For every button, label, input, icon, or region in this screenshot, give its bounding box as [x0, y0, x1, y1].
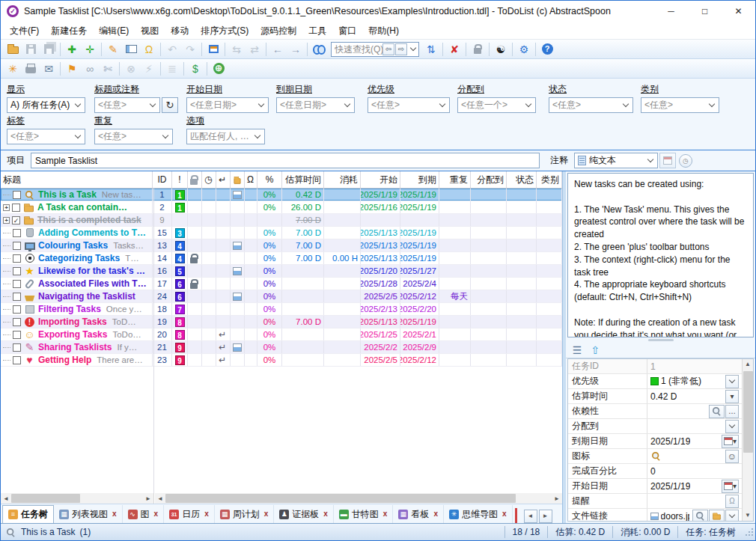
column-header-lock[interactable] — [188, 171, 202, 188]
run-tool-button[interactable]: ⚡ — [140, 60, 158, 77]
tab-kanban-close-icon[interactable]: x — [433, 510, 438, 518]
column-header-cat[interactable]: 类别 — [537, 171, 562, 188]
scroll-right-icon[interactable]: ► — [552, 495, 562, 502]
attribute-assigned-to-value[interactable] — [647, 419, 742, 433]
tab-calendar-close-icon[interactable]: x — [204, 510, 209, 518]
task-checkbox[interactable] — [13, 293, 21, 301]
attribute-dependency-mag-button[interactable] — [709, 405, 725, 418]
send-email-button[interactable]: ✉ — [40, 60, 58, 77]
set-reminder-button[interactable]: Ω — [140, 40, 158, 58]
group-attributes-button[interactable]: ☰ — [569, 343, 585, 357]
tab-week-planner[interactable]: ▦周计划x — [215, 505, 275, 523]
attribute-assigned-to-dd-button[interactable] — [725, 420, 739, 433]
column-header-rep[interactable]: 重复 — [439, 171, 471, 188]
attribute-file-link-mag-button[interactable] — [692, 510, 708, 522]
new-tasklist-button[interactable]: ✳ — [4, 60, 22, 77]
menu-sort[interactable]: 排序方式(S) — [195, 22, 254, 39]
comments-format-select[interactable]: 纯文本 — [574, 153, 658, 168]
task-row[interactable]: !Importing TasksToD…1980%7.00 D2025/1/13… — [1, 316, 562, 328]
save-all-button[interactable] — [40, 40, 58, 58]
column-header-pct[interactable]: % — [257, 171, 282, 188]
maximize-button[interactable]: □ — [688, 1, 722, 22]
redo-button[interactable]: ↷ — [181, 40, 199, 58]
attributes-vertical-scrollbar[interactable]: ▲ ▼ — [742, 359, 753, 521]
print-button[interactable] — [22, 60, 40, 77]
scroll-track[interactable] — [165, 493, 552, 504]
column-header-status[interactable]: 状态 — [507, 171, 537, 188]
preferences-button[interactable]: ⚙ — [515, 40, 533, 58]
attribute-time-estimate-spin-button[interactable]: ▾ — [725, 390, 739, 403]
attribute-reminder-bell-button[interactable]: Ω — [725, 495, 739, 508]
column-header-assign[interactable]: 分配到 — [471, 171, 507, 188]
donate-button[interactable]: $ — [186, 60, 204, 77]
task-row[interactable]: ★Likewise for the task's …1650%2025/1/20… — [1, 265, 562, 278]
tab-week-planner-close-icon[interactable]: x — [264, 510, 269, 518]
task-checkbox[interactable] — [13, 356, 21, 364]
tab-calendar[interactable]: 31日历x — [164, 505, 215, 523]
filter-tag-select[interactable]: <任意> — [7, 129, 85, 144]
scroll-up-icon[interactable]: ▲ — [743, 359, 754, 370]
filter-title-or-comment-refresh-button[interactable]: ↻ — [162, 97, 178, 113]
tab-evidence-board[interactable]: ♟证据板x — [274, 505, 334, 523]
sort-tasks-button[interactable]: ⇅ — [422, 40, 440, 58]
minimize-button[interactable]: ─ — [654, 1, 688, 22]
column-header-est[interactable]: 估算时间 — [282, 171, 324, 188]
attribute-priority-value[interactable]: 1 (非常低) — [647, 374, 742, 388]
task-row[interactable]: Associated Files with T…1760%2025/1/2820… — [1, 278, 562, 290]
filter-options-select[interactable]: 匹配任何人, … — [186, 129, 265, 144]
task-checkbox[interactable] — [13, 280, 21, 288]
scroll-track[interactable] — [743, 370, 754, 510]
find-tasks-button[interactable] — [310, 40, 328, 58]
lock-tasklist-button[interactable] — [469, 40, 487, 58]
tab-mind-map[interactable]: ✳思维导图x — [444, 505, 513, 523]
edit-task-button[interactable]: ✎ — [104, 40, 122, 58]
column-splitter[interactable] — [153, 189, 154, 493]
scroll-right-icon[interactable]: ► — [143, 495, 153, 502]
task-checkbox[interactable] — [13, 305, 21, 314]
column-header-pri[interactable]: ! — [172, 171, 188, 188]
column-header-recur[interactable]: ↵ — [216, 171, 231, 188]
attribute-due-date-value[interactable]: 2025/1/19▾ — [647, 434, 742, 448]
menu-file[interactable]: 文件(F) — [4, 22, 45, 39]
task-row[interactable]: ♥Getting HelpThere are…239↵0%2025/2/5202… — [1, 354, 562, 367]
filter-category-select[interactable]: <任意> — [641, 97, 719, 113]
maximize-view-button[interactable] — [204, 40, 222, 58]
quick-find-prev-button[interactable]: ⇦ — [382, 43, 394, 55]
task-row[interactable]: Colouring TasksTasks…1340%7.00 D2025/1/1… — [1, 239, 562, 252]
web-updates-button[interactable]: ⊕ — [210, 60, 228, 77]
flag-task-button[interactable]: ⚑ — [63, 60, 81, 77]
expand-icon[interactable]: + — [3, 217, 10, 224]
menu-move[interactable]: 移动 — [165, 22, 195, 39]
quick-find-dropdown-button[interactable] — [408, 47, 418, 52]
new-subtask-button[interactable]: ✛ — [81, 40, 99, 58]
attribute-reminder-value[interactable]: Ω — [647, 494, 742, 508]
scroll-thumb[interactable] — [165, 494, 516, 503]
move-task-left-button[interactable]: ⇆ — [228, 40, 246, 58]
filter-status-select[interactable]: <任意> — [549, 97, 633, 113]
attribute-icon-smiley-button[interactable]: ☺ — [725, 450, 739, 463]
scroll-left-icon[interactable]: ◄ — [1, 495, 11, 502]
filter-assigned-to-select[interactable]: <任意一个> — [457, 97, 536, 113]
spell-check-button[interactable]: ☯ — [492, 40, 510, 58]
attribute-icon-value[interactable]: ☺ — [647, 449, 742, 463]
column-header-clock[interactable]: ◷ — [202, 171, 216, 188]
tab-evidence-board-close-icon[interactable]: x — [323, 510, 328, 518]
tabs-scroll-left-button[interactable]: ◄ — [524, 510, 537, 523]
tab-chart[interactable]: ∿图x — [123, 505, 165, 523]
filter-recurrence-select[interactable]: <任意> — [94, 129, 173, 144]
task-checkbox[interactable] — [13, 318, 21, 326]
attribute-percent-done-value[interactable]: 0 — [647, 464, 742, 478]
task-row[interactable]: +A Task can contain…210%26.00 D2025/1/16… — [1, 201, 562, 214]
tab-kanban[interactable]: ▦看板x — [393, 505, 444, 523]
menu-tools[interactable]: 工具 — [302, 22, 332, 39]
tab-list-view[interactable]: ▦列表视图x — [54, 505, 123, 523]
comments-clock-button[interactable]: ◷ — [679, 154, 692, 168]
help-button[interactable]: ? — [538, 40, 556, 58]
tree-horizontal-scrollbar[interactable]: ◄ ► — [1, 493, 154, 504]
task-checkbox[interactable] — [13, 191, 21, 199]
resize-grip-icon[interactable] — [745, 528, 754, 537]
task-checkbox[interactable] — [12, 204, 20, 212]
tab-task-tree[interactable]: ≡任务树 — [2, 505, 54, 523]
task-checkbox[interactable] — [13, 254, 21, 263]
save-tasklist-button[interactable] — [22, 40, 40, 58]
